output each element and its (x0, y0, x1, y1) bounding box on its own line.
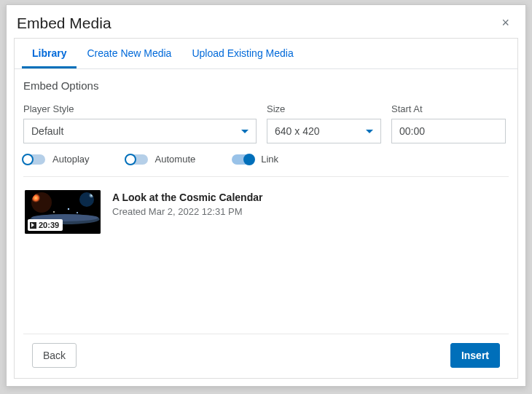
size-value: 640 x 420 (275, 125, 320, 137)
media-created: Created Mar 2, 2022 12:31 PM (112, 206, 262, 217)
autoplay-toggle[interactable]: Autoplay (23, 154, 90, 165)
toggle-row: Autoplay Automute Link (23, 154, 509, 177)
svg-point-2 (79, 192, 94, 207)
size-select[interactable]: 640 x 420 (267, 119, 381, 143)
dialog-body: Library Create New Media Upload Existing… (14, 38, 518, 379)
media-meta: A Look at the Cosmic Calendar Created Ma… (112, 190, 262, 234)
toggle-switch-icon (126, 154, 148, 165)
tab-create-new-media[interactable]: Create New Media (77, 39, 181, 68)
player-style-value: Default (31, 125, 63, 137)
svg-point-6 (77, 212, 78, 213)
dialog-header: Embed Media × (7, 5, 525, 38)
toggle-switch-icon (232, 154, 254, 165)
player-style-label: Player Style (23, 103, 257, 114)
svg-point-1 (31, 192, 52, 213)
player-style-select[interactable]: Default (23, 119, 257, 143)
close-icon[interactable]: × (497, 14, 514, 32)
embed-media-dialog: Embed Media × Library Create New Media U… (6, 4, 526, 387)
insert-button[interactable]: Insert (450, 343, 500, 368)
field-row: Player Style Default Size 640 x 420 Star… (23, 103, 509, 143)
automute-toggle[interactable]: Automute (126, 154, 196, 165)
start-at-input[interactable] (391, 119, 506, 143)
tab-content: Embed Options Player Style Default Size … (15, 69, 517, 378)
tab-library[interactable]: Library (22, 39, 77, 68)
automute-label: Automute (155, 154, 196, 165)
chevron-down-icon (241, 130, 249, 133)
link-toggle[interactable]: Link (232, 154, 278, 165)
start-at-field: Start At (391, 103, 506, 143)
svg-point-7 (53, 211, 55, 213)
media-title: A Look at the Cosmic Calendar (112, 192, 262, 203)
toggle-switch-icon (23, 154, 45, 165)
back-button[interactable]: Back (32, 343, 77, 368)
selected-media-item[interactable]: 20:39 A Look at the Cosmic Calendar Crea… (23, 177, 509, 234)
link-label: Link (261, 154, 278, 165)
size-field: Size 640 x 420 (267, 103, 381, 143)
size-label: Size (267, 103, 381, 114)
start-at-label: Start At (391, 103, 506, 114)
dialog-footer: Back Insert (23, 334, 509, 378)
tab-bar: Library Create New Media Upload Existing… (15, 39, 517, 69)
svg-point-5 (68, 208, 69, 210)
play-icon (30, 222, 36, 229)
embed-options-heading: Embed Options (23, 79, 509, 92)
spacer (23, 234, 509, 334)
dialog-title: Embed Media (17, 15, 112, 32)
chevron-down-icon (366, 130, 373, 133)
player-style-field: Player Style Default (23, 103, 257, 143)
autoplay-label: Autoplay (52, 154, 90, 165)
tab-upload-existing-media[interactable]: Upload Existing Media (181, 39, 303, 68)
duration-badge: 20:39 (28, 219, 63, 231)
duration-text: 20:39 (39, 221, 59, 229)
media-thumbnail: 20:39 (25, 190, 101, 234)
